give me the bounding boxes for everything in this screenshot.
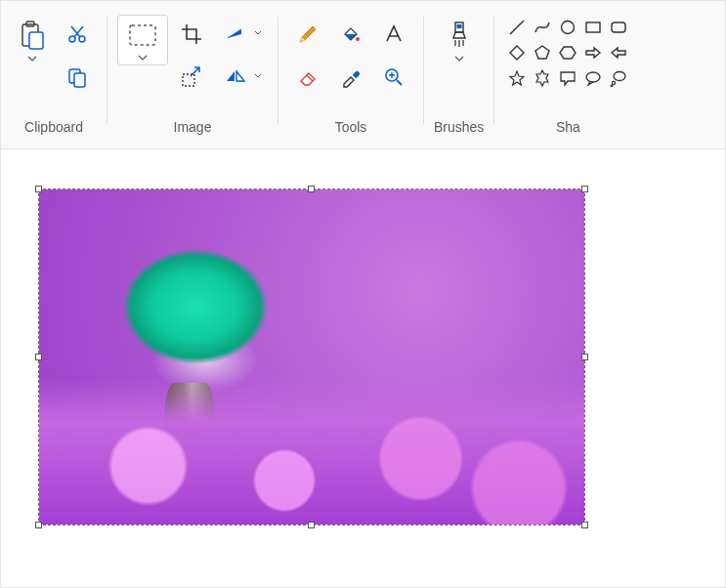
- clipboard-icon: [19, 21, 46, 50]
- rotate-icon: [225, 24, 246, 44]
- eraser-icon: [297, 66, 319, 88]
- copy-icon: [66, 66, 88, 88]
- shape-star-6[interactable]: [530, 65, 555, 91]
- svg-point-17: [614, 72, 625, 81]
- group-label-tools: Tools: [335, 119, 367, 148]
- resize-button[interactable]: [172, 58, 211, 97]
- canvas-image: [39, 378, 584, 525]
- group-clipboard: Clipboard: [1, 9, 107, 148]
- resize-handle-bottom-right[interactable]: [581, 522, 588, 528]
- scissors-icon: [66, 23, 88, 45]
- resize-handle-mid-left[interactable]: [35, 354, 42, 360]
- text-tool[interactable]: [374, 15, 413, 54]
- svg-point-13: [562, 21, 575, 34]
- flip-button[interactable]: [215, 58, 268, 97]
- shape-line[interactable]: [504, 15, 530, 40]
- canvas-area[interactable]: [1, 149, 725, 587]
- svg-rect-8: [183, 74, 194, 86]
- shape-arrow-right[interactable]: [580, 40, 606, 65]
- svg-point-19: [611, 85, 613, 87]
- resize-handle-bottom-left[interactable]: [35, 522, 42, 528]
- resize-handle-top-right[interactable]: [581, 186, 588, 192]
- resize-handle-bottom-mid[interactable]: [308, 522, 315, 528]
- svg-point-9: [356, 37, 360, 41]
- crop-icon: [181, 23, 202, 45]
- brush-icon: [448, 21, 471, 50]
- text-icon: [383, 23, 405, 45]
- brushes-button[interactable]: [438, 15, 481, 67]
- svg-rect-12: [456, 24, 461, 28]
- shape-curve[interactable]: [530, 15, 555, 40]
- group-label-shapes: Sha: [556, 119, 580, 148]
- chevron-down-icon: [254, 73, 262, 78]
- select-icon: [128, 23, 157, 49]
- shape-speech-oval[interactable]: [580, 65, 606, 91]
- resize-icon: [181, 66, 202, 88]
- fill-icon: [340, 23, 362, 45]
- cut-button[interactable]: [58, 15, 97, 54]
- pencil-icon: [297, 23, 319, 45]
- canvas-image[interactable]: [39, 189, 584, 525]
- svg-rect-6: [74, 73, 85, 87]
- resize-handle-top-left[interactable]: [35, 186, 42, 192]
- shape-star-5[interactable]: [504, 65, 530, 91]
- shapes-gallery[interactable]: [504, 9, 631, 91]
- shape-pentagon[interactable]: [530, 40, 555, 65]
- chevron-down-icon: [27, 56, 37, 62]
- shape-speech-rect[interactable]: [555, 65, 580, 91]
- group-label-image: Image: [174, 119, 212, 148]
- shape-circle[interactable]: [555, 15, 580, 40]
- rotate-button[interactable]: [215, 15, 268, 54]
- resize-handle-mid-right[interactable]: [581, 354, 588, 360]
- group-tools: Tools: [278, 9, 423, 148]
- svg-point-18: [613, 81, 616, 84]
- shape-thought[interactable]: [606, 65, 631, 91]
- ribbon: Clipboard: [1, 1, 725, 149]
- copy-button[interactable]: [58, 58, 97, 97]
- select-button[interactable]: [117, 15, 168, 65]
- flip-icon: [225, 67, 246, 87]
- shape-rounded-rect[interactable]: [606, 15, 631, 40]
- chevron-down-icon: [138, 55, 148, 61]
- fill-tool[interactable]: [331, 15, 370, 54]
- eyedropper-icon: [340, 66, 362, 88]
- shape-hexagon[interactable]: [555, 40, 580, 65]
- group-image: Image: [107, 9, 278, 148]
- canvas-selection[interactable]: [38, 189, 585, 525]
- pencil-tool[interactable]: [288, 15, 327, 54]
- group-shapes: Sha: [494, 9, 631, 148]
- svg-point-16: [586, 72, 600, 82]
- magnifier-icon: [383, 66, 405, 88]
- svg-rect-14: [586, 22, 600, 32]
- resize-handle-top-mid[interactable]: [308, 186, 315, 192]
- shape-rectangle[interactable]: [580, 15, 606, 40]
- svg-rect-15: [612, 22, 625, 32]
- magnifier-tool[interactable]: [374, 58, 413, 97]
- shape-arrow-left[interactable]: [606, 40, 631, 65]
- color-picker-tool[interactable]: [331, 58, 370, 97]
- chevron-down-icon: [254, 30, 262, 35]
- crop-button[interactable]: [172, 15, 211, 54]
- paste-button[interactable]: [11, 15, 54, 67]
- group-label-brushes: Brushes: [434, 119, 484, 148]
- svg-rect-7: [130, 25, 155, 45]
- svg-rect-2: [29, 32, 43, 49]
- shape-diamond[interactable]: [504, 40, 530, 65]
- group-label-clipboard: Clipboard: [24, 119, 83, 148]
- chevron-down-icon: [454, 56, 464, 62]
- eraser-tool[interactable]: [288, 58, 327, 97]
- group-brushes: Brushes: [424, 9, 493, 148]
